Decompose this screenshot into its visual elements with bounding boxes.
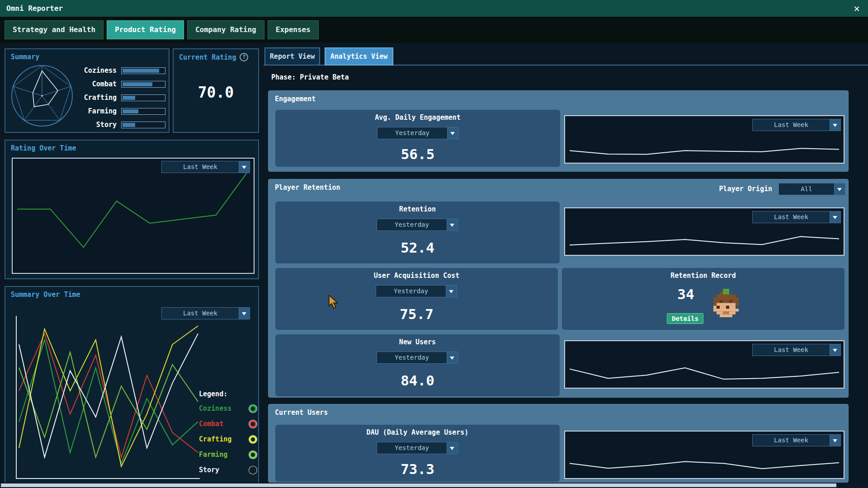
attribute-label: Farming (73, 107, 117, 115)
metric-title: Retention (275, 205, 560, 213)
attribute-row: Combat (73, 77, 167, 91)
new-users-chart-box: Last Week (564, 340, 844, 389)
tab-analytics-view[interactable]: Analytics View (325, 47, 393, 66)
rating-range-dropdown[interactable]: Last Week (161, 161, 250, 173)
acquisition-period-dropdown[interactable]: Yesterday (376, 285, 457, 297)
attribute-bar (121, 81, 165, 88)
attribute-bar-fill (123, 69, 159, 73)
new-users-period-dropdown[interactable]: Yesterday (377, 352, 458, 364)
rating-over-time-chart (13, 159, 254, 273)
acquisition-metric-card: User Acquisition Cost Yesterday 75.7 (275, 268, 558, 330)
dau-range-dropdown[interactable]: Last Week (752, 434, 841, 446)
period-value: Yesterday (377, 219, 447, 230)
new-users-metric-card: New Users Yesterday 84.0 (275, 334, 560, 396)
summary-over-time-title: Summary Over Time (11, 291, 80, 299)
metric-title: Avg. Daily Engagement (275, 113, 560, 122)
legend-label: Coziness (199, 404, 231, 413)
tab-product-rating[interactable]: Product Rating (107, 20, 184, 39)
attribute-bar (121, 94, 165, 101)
chevron-down-icon (447, 219, 458, 230)
engagement-panel: Engagement Avg. Daily Engagement Yesterd… (268, 90, 849, 172)
attribute-bar-fill (123, 82, 152, 86)
tab-company-rating[interactable]: Company Rating (187, 20, 264, 39)
player-origin-label: Player Origin (719, 185, 772, 193)
metric-title: User Acquisition Cost (275, 272, 558, 280)
rating-range-value: Last Week (162, 161, 239, 173)
attribute-bar-fill (123, 123, 135, 127)
attribute-label: Crafting (73, 94, 117, 102)
attribute-label: Story (73, 121, 117, 129)
summary-range-value: Last Week (162, 308, 239, 319)
new-users-value: 84.0 (275, 372, 560, 389)
tab-expenses[interactable]: Expenses (268, 20, 319, 39)
title-bar: Omni Reporter ✕ (0, 0, 868, 17)
legend-label: Farming (199, 450, 227, 459)
details-button[interactable]: Details (667, 313, 703, 324)
current-rating-title: Current Rating (179, 53, 236, 61)
close-button[interactable]: ✕ (850, 2, 863, 15)
rating-over-time-panel: Rating Over Time Last Week (5, 140, 259, 279)
period-value: Yesterday (377, 127, 447, 139)
engagement-title: Engagement (275, 95, 316, 103)
summary-panel: Summary Coziness Combat Crafting Farming… (5, 48, 170, 133)
retention-period-dropdown[interactable]: Yesterday (377, 219, 458, 231)
dau-value: 73.3 (275, 461, 560, 477)
range-value: Last Week (753, 435, 830, 446)
attribute-row: Coziness (73, 64, 167, 77)
scrollbar-thumb[interactable] (1, 483, 836, 487)
retention-chart-box: Last Week (564, 207, 844, 256)
legend-ring-icon (249, 451, 257, 459)
chevron-down-icon (830, 211, 840, 223)
period-value: Yesterday (376, 286, 446, 297)
current-rating-panel: Current Rating ? 70.0 (173, 48, 259, 133)
chevron-down-icon (834, 183, 845, 195)
range-value: Last Week (753, 211, 830, 223)
engagement-value: 56.5 (275, 146, 560, 162)
dau-metric-card: DAU (Daily Average Users) Yesterday 73.3 (275, 425, 560, 482)
phase-label: Phase: Private Beta (271, 73, 349, 81)
help-icon[interactable]: ? (240, 53, 248, 61)
player-retention-panel: Player Retention Player Origin All Reten… (268, 179, 849, 398)
main-tab-bar: Strategy and Health Product Rating Compa… (0, 17, 868, 43)
summary-range-dropdown[interactable]: Last Week (161, 307, 250, 319)
player-avatar (710, 289, 742, 317)
retention-metric-card: Retention Yesterday 52.4 (275, 202, 560, 263)
legend: Legend: Coziness Combat Crafting Farming… (199, 387, 257, 478)
close-icon: ✕ (854, 3, 859, 14)
engagement-range-dropdown[interactable]: Last Week (752, 119, 841, 131)
new-users-range-dropdown[interactable]: Last Week (752, 344, 841, 356)
chevron-down-icon (239, 308, 250, 319)
current-users-panel: Current Users DAU (Daily Average Users) … (268, 404, 849, 483)
chevron-down-icon (446, 286, 457, 297)
engagement-period-dropdown[interactable]: Yesterday (377, 127, 458, 139)
dau-period-dropdown[interactable]: Yesterday (377, 442, 458, 454)
legend-ring-icon (249, 420, 257, 428)
player-origin-dropdown[interactable]: All (778, 183, 845, 195)
legend-title: Legend: (199, 387, 257, 401)
legend-item: Combat (199, 416, 257, 432)
horizontal-scrollbar[interactable] (0, 483, 868, 488)
legend-ring-icon (249, 405, 257, 413)
range-value: Last Week (753, 119, 830, 131)
attribute-row: Farming (73, 104, 167, 118)
chevron-down-icon (239, 161, 250, 173)
range-value: Last Week (753, 344, 830, 356)
engagement-metric-card: Avg. Daily Engagement Yesterday 56.5 (275, 110, 560, 167)
metric-title: DAU (Daily Average Users) (275, 428, 560, 436)
rating-over-time-title: Rating Over Time (11, 144, 76, 152)
current-rating-value: 70.0 (174, 84, 258, 101)
dau-chart-box: Last Week (564, 431, 844, 479)
retention-range-dropdown[interactable]: Last Week (752, 211, 841, 223)
chevron-down-icon (447, 127, 458, 139)
attribute-bar-fill (123, 109, 138, 113)
period-value: Yesterday (377, 442, 447, 454)
attribute-bar-fill (123, 96, 135, 100)
legend-item: Story (199, 462, 257, 478)
summary-radar-chart (8, 62, 76, 130)
chevron-down-icon (830, 344, 840, 356)
tab-strategy-and-health[interactable]: Strategy and Health (5, 20, 104, 39)
attribute-label: Combat (73, 80, 117, 88)
chevron-down-icon (447, 442, 458, 454)
tab-report-view[interactable]: Report View (264, 47, 320, 66)
summary-over-time-panel: Summary Over Time Last Week Legend: Cozi… (5, 286, 259, 488)
